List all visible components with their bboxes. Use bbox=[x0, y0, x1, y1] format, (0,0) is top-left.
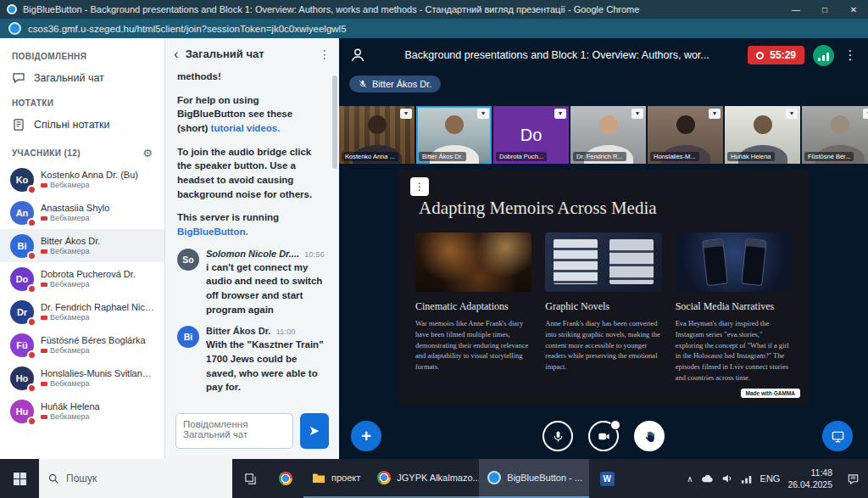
chat-header: ‹ Загальний чат ⋮ bbox=[165, 38, 339, 66]
webcam-icon bbox=[41, 283, 47, 287]
plus-icon: + bbox=[361, 427, 371, 446]
participant-row[interactable]: Hu Huňák Helena Вебкамера bbox=[0, 394, 164, 428]
chat-input-row bbox=[165, 405, 339, 459]
participant-row[interactable]: Bi Bitter Ákos Dr. Вебкамера bbox=[0, 229, 164, 262]
network-icon[interactable] bbox=[741, 474, 753, 484]
webcam-options-button[interactable]: ▾ bbox=[400, 109, 412, 119]
task-view-button[interactable] bbox=[232, 459, 268, 498]
avatar-initials: Ko bbox=[16, 175, 29, 185]
action-center-button[interactable] bbox=[837, 459, 868, 498]
webcam-options-button[interactable]: ▾ bbox=[632, 109, 643, 119]
back-icon[interactable]: ‹ bbox=[174, 47, 179, 61]
task-label: JGYPK Alkalmazo... bbox=[397, 473, 479, 483]
minimize-button[interactable]: — bbox=[782, 0, 810, 19]
slide-options-kebab-button[interactable]: ⋮ bbox=[410, 177, 429, 196]
presentation-stage: ⋮ Adapting Memoirs Across Media Cinemati… bbox=[339, 164, 868, 413]
connection-status-icon[interactable] bbox=[813, 45, 834, 66]
webcam-options-button[interactable]: ▾ bbox=[786, 109, 798, 119]
manage-users-icon[interactable] bbox=[349, 47, 366, 64]
meeting-main-area: Background presentations and Block 1: Ov… bbox=[339, 38, 868, 459]
webcam-icon bbox=[41, 382, 47, 386]
participant-row[interactable]: Do Dobrota Pucherová Dr. Вебкамера bbox=[0, 262, 164, 295]
chrome-pinned-button[interactable] bbox=[268, 459, 303, 498]
taskbar-task-bigbluebutton[interactable]: BigBlueButton - ... bbox=[479, 459, 589, 498]
avatar: Ko bbox=[10, 168, 34, 192]
send-icon bbox=[309, 425, 320, 437]
sidebar-item-shared-notes[interactable]: Спільні нотатки bbox=[0, 111, 164, 138]
talking-indicator-badge[interactable]: Bitter Ákos Dr. bbox=[349, 76, 441, 92]
status-badge bbox=[27, 251, 36, 260]
recording-time: 55:29 bbox=[770, 49, 796, 61]
volume-icon[interactable] bbox=[721, 473, 733, 484]
chat-options-kebab-icon[interactable]: ⋮ bbox=[319, 48, 331, 61]
avatar-initials: Do bbox=[16, 274, 29, 284]
webcam-tile[interactable]: ▾ Kostenko Anna ... bbox=[339, 106, 415, 164]
chevron-down-icon: ▾ bbox=[713, 110, 716, 117]
webcam-options-button[interactable]: ▾ bbox=[709, 109, 721, 119]
webcam-share-button[interactable] bbox=[588, 421, 619, 451]
chrome-icon bbox=[279, 472, 292, 485]
avatar: Do bbox=[10, 267, 34, 291]
sidebar-item-label: Спільні нотатки bbox=[34, 119, 110, 131]
send-message-button[interactable] bbox=[300, 413, 329, 449]
webcam-options-button[interactable]: ▾ bbox=[863, 109, 868, 119]
task-view-icon bbox=[244, 473, 257, 485]
chat-message-input[interactable] bbox=[175, 413, 293, 449]
webcam-tile-active-speaker[interactable]: ▾ Bitter Ákos Dr. bbox=[416, 106, 492, 164]
tray-expand-icon[interactable]: ∧ bbox=[687, 474, 693, 484]
language-indicator[interactable]: ENG bbox=[760, 473, 781, 484]
browser-url-bar[interactable]: csos36.gmf.u-szeged.hu/html5client/join?… bbox=[0, 19, 868, 38]
actions-plus-button[interactable]: + bbox=[351, 421, 381, 451]
word-icon: W bbox=[600, 472, 615, 486]
onedrive-cloud-icon[interactable] bbox=[701, 474, 714, 484]
restore-presentation-button[interactable] bbox=[822, 421, 853, 451]
participant-status: Вебкамера bbox=[41, 247, 100, 255]
word-pinned-button[interactable]: W bbox=[589, 459, 625, 498]
column-heading: Graphic Novels bbox=[545, 300, 661, 313]
screen: BigBlueButton - Background presentations… bbox=[0, 0, 868, 498]
presentation-slide: ⋮ Adapting Memoirs Across Media Cinemati… bbox=[398, 171, 809, 405]
taskbar-task-chrome[interactable]: JGYPK Alkalmazo... bbox=[369, 459, 479, 498]
webcam-icon bbox=[41, 216, 47, 221]
participant-row[interactable]: Dr Dr. Fendrich Raphael Nicolas Вебкамер… bbox=[0, 295, 164, 328]
participant-row[interactable]: An Anastasiia Shylo Вебкамера bbox=[0, 196, 164, 229]
participant-name: Dr. Fendrich Raphael Nicolas bbox=[41, 302, 154, 312]
participant-row[interactable]: Ho Honslalies-Munis Svitlana Dr. Вебкаме… bbox=[0, 361, 164, 394]
recording-indicator[interactable]: 55:29 bbox=[748, 46, 804, 64]
avatar-initials: Dr bbox=[17, 307, 27, 317]
gear-icon[interactable]: ⚙ bbox=[142, 147, 153, 159]
webcam-options-button[interactable]: ▾ bbox=[554, 109, 566, 119]
chat-title: Загальний чат bbox=[186, 48, 312, 60]
chat-scrollbar[interactable] bbox=[332, 76, 337, 169]
system-tray: ∧ ENG 11:48 26.04.2025 bbox=[682, 459, 837, 498]
bigbluebutton-link[interactable]: BigBlueButton. bbox=[177, 227, 248, 237]
raise-hand-button[interactable] bbox=[634, 421, 665, 451]
webcam-tile[interactable]: ▾ Füstösné Bér... bbox=[802, 106, 868, 164]
folder-icon bbox=[312, 472, 326, 484]
webcam-tile[interactable]: ▾ Honslalies-M... bbox=[648, 106, 723, 164]
participant-status-label: Вебкамера bbox=[50, 181, 89, 189]
webcam-tile[interactable]: ▾ Dr. Fendrich R... bbox=[570, 106, 646, 164]
participant-name: Bitter Ákos Dr. bbox=[41, 236, 100, 246]
meeting-title: Background presentations and Block 1: Ov… bbox=[375, 49, 739, 61]
status-badge bbox=[27, 383, 36, 393]
taskbar-task-folder[interactable]: проект bbox=[303, 459, 369, 498]
mute-button[interactable] bbox=[542, 421, 573, 451]
maximize-button[interactable]: □ bbox=[810, 0, 839, 19]
tutorial-videos-link[interactable]: tutorial videos. bbox=[211, 123, 281, 133]
sidebar-item-public-chat[interactable]: Загальний чат bbox=[0, 64, 164, 92]
webcam-tile[interactable]: Do ▾ Dobrota Puch... bbox=[493, 106, 569, 164]
participant-row[interactable]: Ko Kostenko Anna Dr. (Bu) Вебкамера bbox=[0, 163, 164, 196]
url-text[interactable]: csos36.gmf.u-szeged.hu/html5client/join?… bbox=[28, 24, 347, 34]
chevron-down-icon: ▾ bbox=[636, 110, 639, 117]
webcam-tile[interactable]: ▾ Huňák Helena bbox=[725, 106, 800, 164]
clock[interactable]: 11:48 26.04.2025 bbox=[787, 467, 832, 490]
options-kebab-icon[interactable]: ⋮ bbox=[843, 48, 858, 63]
taskbar-search-input[interactable]: Пошук bbox=[39, 459, 232, 498]
start-button[interactable] bbox=[0, 459, 39, 498]
close-button[interactable]: ✕ bbox=[839, 0, 868, 19]
webcam-options-button[interactable]: ▾ bbox=[477, 109, 489, 119]
participant-row[interactable]: Fü Füstösné Béres Boglárka Вебкамера bbox=[0, 328, 164, 361]
participant-name: Honslalies-Munis Svitlana Dr. bbox=[41, 368, 154, 378]
status-badge bbox=[27, 317, 36, 327]
